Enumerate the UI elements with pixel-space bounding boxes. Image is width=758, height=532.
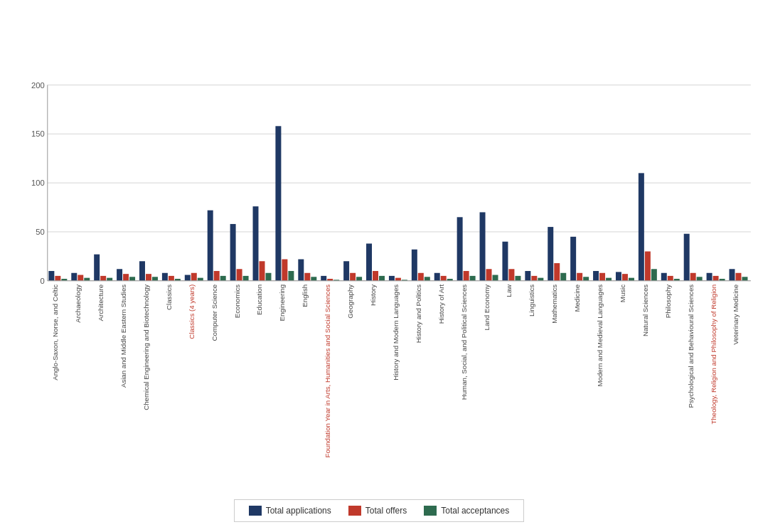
bar bbox=[129, 277, 135, 281]
bar bbox=[697, 277, 703, 281]
bar bbox=[78, 275, 83, 281]
bar bbox=[282, 260, 287, 281]
x-axis-label: Geography bbox=[346, 284, 354, 319]
y-axis-label bbox=[3, 11, 18, 499]
x-axis-label: Economics bbox=[233, 284, 241, 318]
bar bbox=[373, 271, 378, 281]
bar bbox=[668, 276, 673, 281]
bar bbox=[616, 272, 621, 280]
bar bbox=[71, 273, 77, 281]
bar bbox=[123, 274, 129, 281]
svg-text:50: 50 bbox=[36, 228, 44, 236]
bar bbox=[651, 269, 657, 281]
legend-swatch bbox=[249, 506, 262, 516]
bar bbox=[508, 269, 514, 281]
bar bbox=[599, 273, 605, 281]
legend-item: Total offers bbox=[348, 506, 407, 516]
bar bbox=[434, 273, 440, 281]
x-axis-label: Classics bbox=[165, 284, 173, 310]
bar bbox=[321, 276, 326, 281]
bar bbox=[577, 273, 582, 281]
x-axis-label: History and Politics bbox=[415, 284, 422, 343]
x-axis-label: Human, Social, and Political Sciences bbox=[460, 284, 468, 400]
bar bbox=[735, 273, 741, 281]
bar bbox=[515, 276, 521, 281]
bar bbox=[243, 276, 249, 281]
bar bbox=[220, 276, 226, 281]
bar bbox=[139, 261, 145, 281]
x-axis-label: History bbox=[369, 284, 377, 306]
bar bbox=[288, 271, 294, 281]
bar bbox=[560, 273, 566, 281]
bar bbox=[152, 277, 158, 281]
x-axis-label: Natural Sciences bbox=[641, 284, 649, 336]
bar bbox=[350, 273, 356, 281]
svg-text:150: 150 bbox=[31, 129, 45, 138]
svg-text:100: 100 bbox=[31, 179, 45, 187]
x-axis-label: Engineering bbox=[278, 284, 286, 321]
bar bbox=[570, 237, 576, 281]
bar bbox=[146, 274, 151, 281]
bar bbox=[253, 206, 259, 281]
bar bbox=[169, 276, 174, 281]
bar bbox=[470, 276, 476, 281]
bar bbox=[548, 227, 553, 281]
chart-inner: 050100150200Anglo-Saxon, Norse, and Celt… bbox=[18, 11, 758, 499]
bar bbox=[493, 275, 498, 281]
bar bbox=[480, 212, 486, 280]
bar bbox=[208, 211, 213, 281]
bar bbox=[583, 277, 589, 281]
x-axis-label: English bbox=[301, 284, 309, 307]
bar bbox=[304, 273, 310, 281]
bar bbox=[622, 274, 628, 281]
bar bbox=[645, 251, 651, 280]
x-axis-label: Psychological and Behavioural Sciences bbox=[687, 284, 695, 408]
bar bbox=[502, 242, 508, 281]
legend-label: Total applications bbox=[266, 506, 331, 516]
x-axis-label: Mathematics bbox=[550, 284, 558, 324]
x-axis-label: Computer Science bbox=[210, 284, 218, 341]
bar bbox=[84, 278, 90, 281]
legend-item: Total acceptances bbox=[424, 506, 509, 516]
bar bbox=[311, 277, 316, 281]
bar bbox=[379, 276, 385, 281]
bar bbox=[366, 243, 372, 280]
bar bbox=[629, 278, 634, 281]
bar bbox=[690, 273, 696, 281]
x-axis-label: Architecture bbox=[97, 284, 105, 321]
bar bbox=[48, 271, 54, 281]
bar bbox=[191, 273, 197, 281]
bar bbox=[684, 234, 690, 281]
bar bbox=[100, 276, 106, 281]
x-axis-label: Asian and Middle Eastern Studies bbox=[119, 284, 127, 388]
bar bbox=[107, 278, 112, 281]
bar bbox=[593, 271, 599, 281]
bar bbox=[742, 277, 747, 281]
bar bbox=[418, 273, 424, 281]
chart-area: 050100150200Anglo-Saxon, Norse, and Celt… bbox=[0, 11, 758, 499]
bar bbox=[117, 269, 122, 281]
bar bbox=[538, 278, 543, 281]
legend-item: Total applications bbox=[249, 506, 331, 516]
x-axis-label: Theology, Religion and Philosophy of Rel… bbox=[710, 284, 717, 425]
x-axis-label: Veterinary Medicine bbox=[732, 284, 740, 345]
bar bbox=[343, 261, 349, 281]
bar bbox=[230, 224, 236, 281]
legend-label: Total acceptances bbox=[441, 506, 509, 516]
bar bbox=[464, 271, 469, 281]
legend-label: Total offers bbox=[365, 506, 407, 516]
chart-container: 050100150200Anglo-Saxon, Norse, and Celt… bbox=[0, 0, 758, 532]
bar bbox=[198, 278, 203, 281]
bar bbox=[525, 271, 530, 281]
x-axis-label: Foundation Year in Arts, Humanities and … bbox=[324, 284, 331, 458]
x-axis-label: Anglo-Saxon, Norse, and Celtic bbox=[51, 284, 59, 381]
bar bbox=[395, 278, 401, 281]
x-axis-label: Medicine bbox=[573, 284, 581, 312]
bar bbox=[554, 263, 560, 281]
x-axis-label: Linguistics bbox=[528, 284, 535, 316]
bar bbox=[729, 269, 735, 281]
x-axis-label: Archaeology bbox=[74, 284, 82, 323]
bar bbox=[275, 126, 281, 280]
bar bbox=[298, 260, 304, 281]
x-axis-label: Land Economy bbox=[483, 284, 491, 331]
